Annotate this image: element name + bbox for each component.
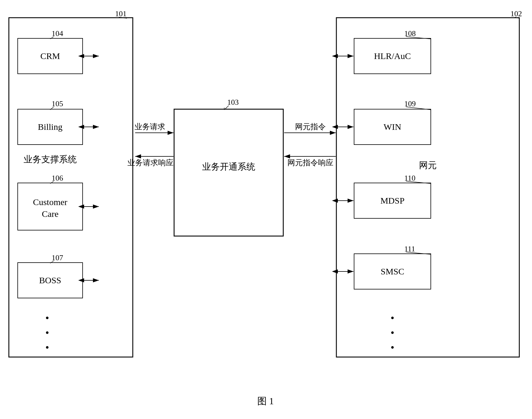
ref-110: 110 bbox=[404, 174, 415, 182]
ne-dots-1: • bbox=[391, 312, 395, 324]
svg-line-32 bbox=[224, 106, 229, 110]
ref-109: 109 bbox=[404, 99, 416, 108]
provisioning-label: 业务开通系统 bbox=[202, 162, 255, 171]
ne-dots-3: • bbox=[391, 342, 395, 353]
ref-105: 105 bbox=[52, 99, 63, 108]
svg-rect-14 bbox=[354, 254, 431, 289]
ne-label: 网元 bbox=[419, 160, 437, 170]
ref-106: 106 bbox=[52, 174, 63, 182]
ref-103: 103 bbox=[227, 98, 239, 107]
svg-rect-13 bbox=[354, 183, 431, 218]
svg-rect-12 bbox=[354, 109, 431, 145]
ref-104: 104 bbox=[52, 29, 63, 38]
billing-label: Billing bbox=[38, 122, 62, 132]
svg-rect-7 bbox=[18, 38, 83, 74]
svg-line-30 bbox=[119, 17, 127, 18]
customer-care-label-2: Care bbox=[42, 209, 59, 219]
ne-dots-2: • bbox=[391, 327, 395, 339]
svg-line-35 bbox=[50, 181, 54, 184]
ne-response-label: 网元指令响应 bbox=[287, 158, 333, 167]
svg-rect-9 bbox=[18, 183, 83, 230]
customer-care-label-1: Customer bbox=[33, 197, 68, 207]
service-request-label: 业务请求 bbox=[135, 122, 165, 131]
bss-label: 业务支撑系统 bbox=[24, 154, 77, 164]
svg-rect-11 bbox=[354, 38, 431, 74]
ref-108: 108 bbox=[404, 29, 416, 38]
service-response-label: 业务请求响应 bbox=[127, 158, 173, 167]
crm-label: CRM bbox=[40, 51, 60, 61]
svg-line-34 bbox=[50, 107, 54, 110]
mdsp-label: MDSP bbox=[380, 196, 405, 205]
svg-line-39 bbox=[406, 181, 431, 184]
smsc-label: SMSC bbox=[381, 266, 404, 276]
ref-102: 102 bbox=[510, 9, 522, 18]
figure-caption: 图 1 bbox=[257, 396, 274, 406]
ref-111: 111 bbox=[404, 245, 415, 253]
svg-line-38 bbox=[406, 107, 431, 110]
ref-101: 101 bbox=[115, 9, 127, 18]
svg-line-37 bbox=[406, 37, 431, 39]
diagram: CRM Billing Customer Care BOSS 业务开通系统 HL… bbox=[0, 0, 532, 419]
svg-line-36 bbox=[50, 261, 54, 263]
svg-rect-6 bbox=[174, 109, 283, 236]
svg-line-40 bbox=[406, 252, 431, 254]
svg-rect-4 bbox=[9, 18, 133, 357]
svg-line-33 bbox=[50, 37, 54, 39]
ref-107: 107 bbox=[52, 253, 63, 262]
svg-line-31 bbox=[515, 17, 519, 18]
bss-dots-1: • bbox=[45, 312, 49, 324]
svg-rect-5 bbox=[336, 18, 519, 357]
svg-rect-10 bbox=[18, 263, 83, 298]
ne-command-label: 网元指令 bbox=[295, 122, 326, 131]
svg-rect-8 bbox=[18, 109, 83, 145]
bss-dots-2: • bbox=[45, 327, 49, 339]
win-label: WIN bbox=[384, 122, 401, 132]
boss-label: BOSS bbox=[39, 275, 61, 285]
hlr-label: HLR/AuC bbox=[374, 51, 411, 61]
bss-dots-3: • bbox=[45, 342, 49, 353]
